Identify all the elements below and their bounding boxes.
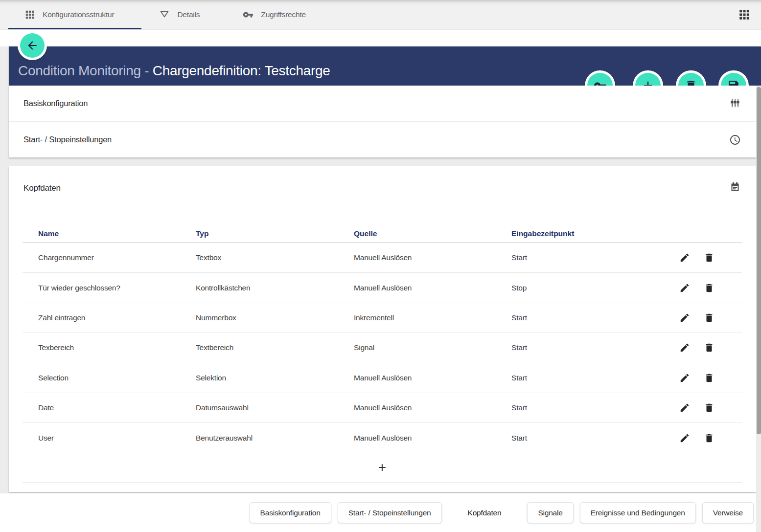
pencil-icon (679, 283, 690, 293)
edit-row-button[interactable] (679, 283, 690, 293)
cell-quelle: Inkrementell (354, 313, 511, 322)
tune-icon (729, 98, 741, 110)
tab-label: Zugriffsrechte (261, 10, 306, 19)
cell-name: Zahl eintragen (38, 313, 196, 322)
filter-icon (159, 9, 170, 20)
cell-eingabezeitpunkt: Start (511, 253, 629, 262)
bottom-nav-verweise[interactable]: Verweise (702, 502, 754, 523)
cell-eingabezeitpunkt: Start (511, 313, 629, 322)
bottom-nav-kopfdaten[interactable]: Kopfdaten (458, 502, 512, 523)
delete-row-button[interactable] (704, 312, 715, 323)
cell-eingabezeitpunkt: Start (511, 374, 629, 382)
tab-label: Details (177, 10, 200, 19)
section-label: Basiskonfiguration (23, 99, 88, 108)
table-row: UserBenutzerauswahlManuell AuslösenStart (23, 423, 742, 453)
bottom-nav-signale[interactable]: Signale (527, 502, 573, 523)
cell-quelle: Manuell Auslösen (354, 374, 511, 382)
tab-label: Konfigurationsstruktur (43, 10, 114, 19)
row-actions (679, 252, 742, 263)
bottom-nav-basiskonfiguration[interactable]: Basiskonfiguration (250, 502, 331, 523)
tab-zugriffsrechte[interactable]: Zugriffsrechte (243, 0, 306, 29)
delete-row-button[interactable] (704, 283, 715, 293)
cell-name: User (38, 434, 196, 443)
table-row: SelectionSelektionManuell AuslösenStart (23, 363, 742, 393)
column-header: Typ (196, 229, 354, 238)
cell-eingabezeitpunkt: Start (511, 343, 629, 352)
cell-name: Selection (38, 374, 196, 382)
cell-name: Date (38, 403, 196, 412)
row-actions (679, 342, 742, 353)
column-header: Quelle (354, 229, 511, 238)
edit-row-button[interactable] (679, 373, 690, 383)
cell-typ: Selektion (196, 374, 354, 382)
cell-name: Texbereich (38, 343, 196, 352)
cell-quelle: Manuell Auslösen (354, 284, 511, 292)
column-header: Eingabezeitpunkt (511, 229, 629, 238)
arrow-left-icon (26, 39, 39, 52)
scrollbar-thumb[interactable] (757, 87, 761, 434)
delete-row-button[interactable] (704, 252, 715, 263)
delete-row-button[interactable] (704, 373, 715, 383)
key-icon (243, 9, 254, 20)
active-tab-indicator (8, 28, 141, 29)
cell-quelle: Manuell Auslösen (354, 403, 511, 412)
page-title-prefix: Condition Monitoring - (18, 63, 153, 78)
trash-icon (704, 402, 715, 413)
kopfdaten-table: NameTypQuelleEingabezeitpunkt Chargennum… (23, 224, 742, 483)
tab-konfigurationsstruktur[interactable]: Konfigurationsstruktur (24, 0, 114, 29)
cell-eingabezeitpunkt: Start (511, 434, 629, 443)
add-row-button[interactable]: + (23, 453, 742, 483)
bottom-nav-ereignisse-und-bedingungen[interactable]: Ereignisse und Bedingungen (580, 502, 696, 523)
cell-typ: Benutzerauswahl (196, 434, 354, 443)
pencil-icon (679, 252, 690, 263)
top-tab-bar: KonfigurationsstrukturDetailsZugriffsrec… (0, 0, 761, 29)
cell-eingabezeitpunkt: Start (511, 403, 629, 412)
delete-row-button[interactable] (704, 402, 715, 413)
bottom-nav-start-stopeinstellungen[interactable]: Start- / Stopeinstellungen (338, 502, 442, 523)
scrollbar-track[interactable] (756, 86, 761, 532)
row-actions (679, 433, 742, 443)
section-start-stop[interactable]: Start- / Stopeinstellungen (9, 121, 756, 157)
row-actions (679, 373, 742, 383)
edit-row-button[interactable] (679, 342, 690, 353)
back-button[interactable] (20, 33, 45, 58)
calendar-icon[interactable] (729, 181, 741, 193)
table-header-row: NameTypQuelleEingabezeitpunkt (23, 224, 742, 243)
section-label: Start- / Stopeinstellungen (23, 135, 112, 144)
cell-typ: Datumsauswahl (196, 403, 354, 412)
trash-icon (704, 252, 715, 263)
bottom-navigation-bar: BasiskonfigurationStart- / Stopeinstellu… (0, 493, 761, 532)
cell-typ: Textbox (196, 253, 354, 262)
table-row: Zahl eintragenNummerboxInkrementellStart (23, 303, 742, 333)
pencil-icon (679, 433, 690, 443)
delete-row-button[interactable] (704, 342, 715, 353)
section-basiskonfiguration[interactable]: Basiskonfiguration (9, 86, 756, 121)
apps-grid-icon[interactable] (738, 8, 751, 21)
table-row: TexbereichTextbereichSignalStart (23, 333, 742, 363)
pencil-icon (679, 342, 690, 353)
cell-typ: Textbereich (196, 343, 354, 352)
trash-icon (704, 283, 715, 293)
row-actions (679, 402, 742, 413)
delete-row-button[interactable] (704, 433, 715, 443)
edit-row-button[interactable] (679, 402, 690, 413)
page-title: Condition Monitoring - Chargendefinition… (18, 63, 330, 79)
cell-eingabezeitpunkt: Stop (511, 284, 629, 292)
edit-row-button[interactable] (679, 433, 690, 443)
page-title-main: Chargendefinition: Testcharge (153, 63, 330, 78)
trash-icon (704, 312, 715, 323)
edit-row-button[interactable] (679, 252, 690, 263)
cell-typ: Kontrollkästchen (196, 284, 354, 292)
edit-row-button[interactable] (679, 312, 690, 323)
grid-icon (24, 9, 35, 20)
cell-quelle: Manuell Auslösen (354, 434, 511, 443)
cell-name: Tür wieder geschlossen? (38, 284, 196, 292)
plus-icon: + (378, 461, 386, 474)
sections-card: Basiskonfiguration Start- / Stopeinstell… (9, 86, 756, 157)
column-header: Name (38, 229, 196, 238)
tab-details[interactable]: Details (159, 0, 200, 29)
trash-icon (704, 373, 715, 383)
table-row: Tür wieder geschlossen?KontrollkästchenM… (23, 273, 742, 303)
cell-name: Chargennummer (38, 253, 196, 262)
pencil-icon (679, 312, 690, 323)
